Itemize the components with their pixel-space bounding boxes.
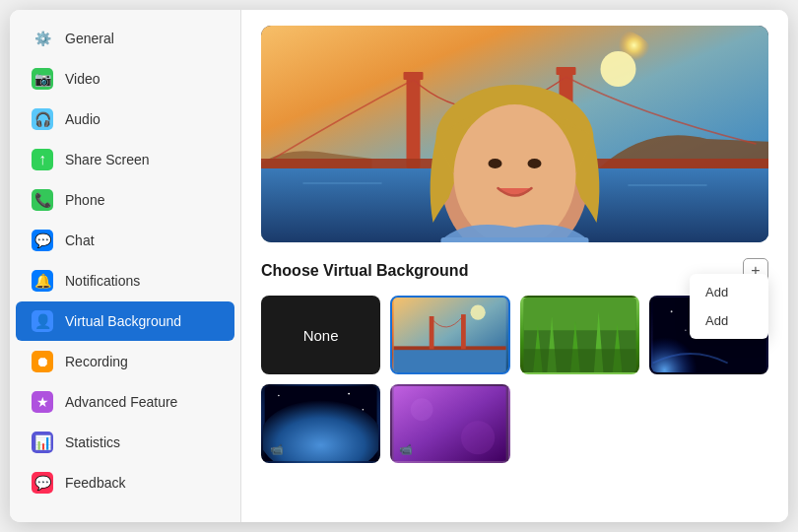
- svg-point-42: [461, 421, 495, 454]
- add-image-option[interactable]: Add: [690, 278, 768, 306]
- bridge-thumbnail: [392, 298, 507, 372]
- svg-rect-11: [557, 67, 576, 75]
- sidebar-item-advanced-feature[interactable]: ★ Advanced Feature: [16, 382, 234, 422]
- statistics-icon: 📊: [32, 432, 53, 453]
- sidebar-label-advanced: Advanced Feature: [65, 394, 177, 410]
- audio-icon: 🎧: [32, 108, 53, 130]
- background-grid-row2: 📹 📹: [261, 384, 768, 463]
- sidebar-label-notifications: Notifications: [65, 273, 140, 289]
- sidebar-label-feedback: Feedback: [65, 475, 125, 491]
- sidebar-item-notifications[interactable]: 🔔 Notifications: [16, 261, 234, 300]
- nature-thumbnail: [522, 298, 637, 372]
- bg-item-nature[interactable]: [520, 296, 639, 374]
- svg-rect-26: [523, 298, 635, 330]
- app-window: ⚙️ General 📷 Video 🎧 Audio ↑ Share Scree…: [10, 10, 788, 522]
- svg-point-41: [411, 398, 433, 421]
- video-icon: 📷: [32, 68, 53, 90]
- sidebar-label-general: General: [65, 31, 114, 46]
- phone-icon: 📞: [32, 189, 53, 211]
- sidebar-item-statistics[interactable]: 📊 Statistics: [16, 423, 234, 462]
- bg-item-purple[interactable]: 📹: [390, 384, 509, 463]
- notifications-icon: 🔔: [32, 270, 53, 292]
- svg-rect-27: [523, 349, 635, 372]
- sidebar-label-virtual-background: Virtual Background: [65, 313, 181, 329]
- sidebar-label-video: Video: [65, 71, 100, 87]
- preview-background: [261, 26, 768, 242]
- svg-point-24: [471, 305, 486, 320]
- virtual-background-icon: 👤: [32, 310, 53, 332]
- none-label: None: [303, 327, 339, 344]
- svg-point-37: [278, 395, 280, 397]
- add-video-option[interactable]: Add: [690, 306, 768, 335]
- svg-rect-23: [461, 314, 466, 349]
- camera-icon-earth: 📹: [270, 443, 284, 456]
- svg-rect-18: [441, 237, 589, 242]
- share-screen-icon: ↑: [32, 149, 53, 170]
- sidebar-item-audio[interactable]: 🎧 Audio: [16, 100, 234, 139]
- sidebar-label-recording: Recording: [65, 354, 128, 369]
- camera-icon-purple: 📹: [399, 443, 413, 456]
- feedback-icon: 💬: [32, 472, 53, 494]
- preview-area: [261, 26, 768, 242]
- sidebar-label-phone: Phone: [65, 192, 104, 208]
- svg-point-16: [489, 159, 502, 168]
- general-icon: ⚙️: [32, 28, 53, 49]
- svg-point-15: [454, 104, 576, 242]
- add-dropdown: Add Add: [690, 274, 768, 339]
- sidebar-label-share-screen: Share Screen: [65, 152, 150, 167]
- bg-item-none[interactable]: None: [261, 296, 380, 374]
- sidebar-label-chat: Chat: [65, 233, 95, 248]
- bg-item-earth[interactable]: 📹: [261, 384, 380, 463]
- sidebar-item-video[interactable]: 📷 Video: [16, 59, 234, 99]
- sidebar-label-audio: Audio: [65, 111, 100, 127]
- sidebar-item-recording[interactable]: ⏺ Recording: [16, 342, 234, 381]
- sidebar-item-phone[interactable]: 📞 Phone: [16, 180, 234, 220]
- sidebar-label-statistics: Statistics: [65, 434, 120, 450]
- sidebar-item-general[interactable]: ⚙️ General: [16, 19, 234, 58]
- svg-point-29: [670, 310, 672, 312]
- svg-point-3: [601, 51, 636, 87]
- svg-rect-20: [394, 349, 506, 372]
- sidebar-item-feedback[interactable]: 💬 Feedback: [16, 463, 234, 502]
- svg-rect-8: [407, 75, 421, 168]
- bg-item-bridge[interactable]: [390, 296, 509, 374]
- chat-icon: 💬: [32, 230, 53, 251]
- sidebar: ⚙️ General 📷 Video 🎧 Audio ↑ Share Scree…: [10, 10, 241, 522]
- svg-point-17: [528, 159, 542, 168]
- svg-point-38: [348, 393, 350, 395]
- svg-rect-22: [430, 316, 434, 349]
- sidebar-item-share-screen[interactable]: ↑ Share Screen: [16, 140, 234, 179]
- sidebar-item-virtual-background[interactable]: 👤 Virtual Background: [16, 301, 234, 341]
- recording-icon: ⏺: [32, 351, 53, 372]
- advanced-icon: ★: [32, 391, 53, 413]
- svg-rect-10: [404, 72, 424, 80]
- svg-rect-21: [394, 346, 506, 350]
- section-title: Choose Virtual Background: [261, 262, 468, 280]
- svg-point-39: [363, 409, 365, 411]
- main-content: Choose Virtual Background + None: [241, 10, 788, 522]
- sidebar-item-chat[interactable]: 💬 Chat: [16, 221, 234, 260]
